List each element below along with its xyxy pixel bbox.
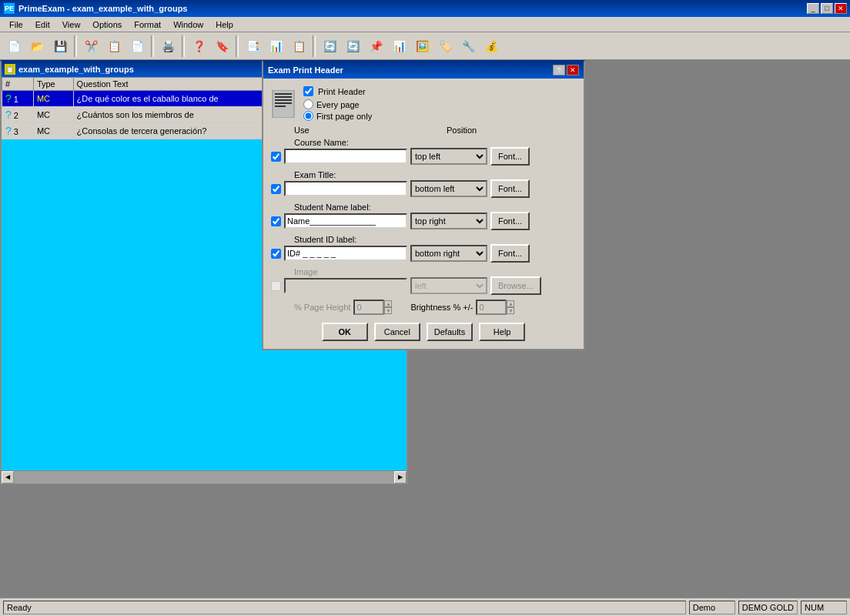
brightness-up[interactable]: ▲ [507,300,514,307]
page-radio-group: Every page First page only [303,99,372,121]
toolbar-sep-5 [313,35,316,57]
course-name-position-select[interactable]: top left top right bottom left bottom ri… [410,148,487,165]
toolbar-refresh2[interactable]: 🔄 [342,35,363,57]
scroll-track[interactable] [14,471,394,484]
menu-help[interactable]: Help [209,18,239,31]
student-name-input[interactable] [284,213,407,229]
toolbar-stats[interactable]: 📊 [388,35,410,57]
exam-print-header-dialog: Exam Print Header ? ✕ [262,60,585,350]
toolbar-copy[interactable]: 📋 [103,35,125,57]
svg-rect-1 [275,93,292,95]
use-column-header: Use [294,126,317,135]
help-button[interactable]: Help [479,323,525,341]
student-id-checkbox[interactable] [271,249,281,259]
toolbar-sep-3 [182,35,185,57]
toolbar-tag[interactable]: 🏷️ [434,35,456,57]
student-id-input[interactable] [284,246,407,261]
ok-button[interactable]: OK [322,323,368,341]
student-id-row: top left top right bottom left bottom ri… [271,244,576,263]
scroll-right[interactable]: ▶ [394,471,407,484]
toolbar-new[interactable]: 📄 [3,35,25,57]
browse-button[interactable]: Browse... [490,276,541,295]
exam-title-font-button[interactable]: Font... [490,179,530,198]
dialog-title-bar: Exam Print Header ? ✕ [263,62,584,79]
student-name-position-select[interactable]: top left top right bottom left bottom ri… [410,213,487,229]
brightness-spinner[interactable]: ▲ ▼ [507,300,514,314]
toolbar-sep-1 [74,35,77,57]
title-bar-buttons: _ □ ✕ [807,3,847,14]
brightness-down[interactable]: ▼ [507,307,514,314]
student-id-section: Student ID label: top left top right bot… [271,235,576,263]
cancel-button[interactable]: Cancel [374,323,420,341]
image-checkbox[interactable] [271,281,281,291]
student-name-checkbox[interactable] [271,216,281,226]
exam-title-label: Exam Title: [294,170,576,179]
brightness-label: Brightness % +/- [410,303,473,312]
main-area: 📋 exam_example_with_groups _ □ ✕ # Type … [0,60,850,598]
image-input[interactable] [284,278,407,293]
scroll-left[interactable]: ◀ [2,471,14,484]
menu-file[interactable]: File [3,18,29,31]
defaults-button[interactable]: Defaults [427,323,473,341]
restore-button[interactable]: □ [821,3,833,14]
student-name-font-button[interactable]: Font... [490,212,530,230]
image-position-select[interactable]: left center right [410,277,487,294]
exam-title-checkbox[interactable] [271,184,281,194]
print-header-label: Print Header [318,87,366,96]
toolbar-paste[interactable]: 📄 [126,35,148,57]
app-title: PrimeExam - exam_example_with_groups [18,4,804,13]
svg-rect-5 [275,105,286,107]
print-header-checkbox[interactable] [303,86,313,96]
toolbar-export[interactable]: 📑 [242,35,263,57]
menu-view[interactable]: View [56,18,87,31]
page-height-spinner[interactable]: ▲ ▼ [384,300,392,314]
menu-window[interactable]: Window [167,18,209,31]
exam-title-input[interactable] [284,181,407,196]
minimize-button[interactable]: _ [807,3,819,14]
menu-format[interactable]: Format [128,18,167,31]
toolbar-help[interactable]: ❓ [188,35,209,57]
toolbar-image[interactable]: 🖼️ [411,35,433,57]
every-page-label: Every page [316,100,360,109]
menu-options[interactable]: Options [86,18,128,31]
menu-bar: File Edit View Options Format Window Hel… [0,17,850,32]
horizontal-scrollbar[interactable]: ◀ ▶ [2,470,407,483]
student-id-font-button[interactable]: Font... [490,244,530,263]
cell-num: ? 3 [2,123,34,139]
status-num: NUM [801,601,847,614]
toolbar-chart[interactable]: 📊 [265,35,286,57]
toolbar-view[interactable]: 📋 [288,35,310,57]
toolbar-cut[interactable]: ✂️ [80,35,102,57]
menu-edit[interactable]: Edit [29,18,56,31]
image-section: Image left center right Browse... [271,267,576,295]
course-name-checkbox[interactable] [271,152,281,162]
page-height-down[interactable]: ▼ [384,307,392,314]
course-name-section: Course Name: top left top right bottom l… [271,138,576,166]
status-ready: Ready [3,601,686,614]
toolbar-settings[interactable]: 🔧 [457,35,479,57]
toolbar-bookmark[interactable]: 🔖 [211,35,233,57]
position-column-header: Position [447,126,477,135]
dialog-help-button[interactable]: ? [553,65,565,75]
toolbar-save[interactable]: 💾 [49,35,71,57]
toolbar-refresh[interactable]: 🔄 [319,35,340,57]
every-page-radio[interactable] [303,99,313,109]
toolbar-print[interactable]: 🖨️ [157,35,179,57]
course-name-label: Course Name: [294,138,576,147]
toolbar-open[interactable]: 📂 [26,35,48,57]
close-button[interactable]: ✕ [835,3,847,14]
title-bar: PE PrimeExam - exam_example_with_groups … [0,0,850,17]
exam-title-position-select[interactable]: top left top right bottom left bottom ri… [410,180,487,197]
status-demo-gold: DEMO GOLD [738,601,798,614]
first-page-radio[interactable] [303,111,313,121]
page-height-up[interactable]: ▲ [384,300,392,307]
dialog-close-button[interactable]: ✕ [567,65,579,75]
course-name-font-button[interactable]: Font... [490,147,530,166]
toolbar-gold[interactable]: 💰 [480,35,502,57]
student-id-position-select[interactable]: top left top right bottom left bottom ri… [410,245,487,262]
brightness-input[interactable] [476,300,507,315]
course-name-input[interactable] [284,149,407,164]
first-page-label: First page only [316,112,372,121]
page-height-input[interactable] [353,300,384,315]
toolbar-pin[interactable]: 📌 [365,35,387,57]
